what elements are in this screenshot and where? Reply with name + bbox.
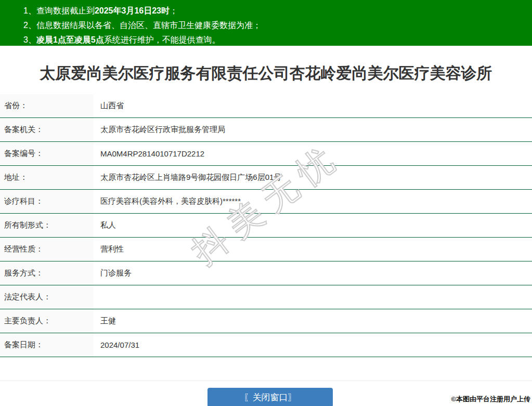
- row-label: 地址：: [0, 166, 94, 189]
- row-label: 经营性质：: [0, 238, 94, 261]
- table-row-province: 省份： 山西省: [0, 94, 532, 118]
- row-label: 所有制形式：: [0, 214, 94, 237]
- notice-line-2-text: 2、信息数据结果以各省、自治区、直辖市卫生健康委数据为准；: [23, 21, 261, 30]
- info-table: 省份： 山西省 备案机关： 太原市杏花岭区行政审批服务管理局 备案编号： MA0…: [0, 94, 532, 357]
- notice-line-3-bold: 凌晨1点至凌晨5点: [36, 35, 104, 44]
- table-row-service-mode: 服务方式： 门诊服务: [0, 261, 532, 285]
- row-label: 诊疗科目：: [0, 190, 94, 213]
- row-value: 私人: [94, 214, 532, 237]
- row-value: MA0M4RP2814010717D2212: [94, 142, 532, 165]
- row-label: 主要负责人：: [0, 309, 94, 333]
- copyright-note: ©本图由平台注册用户上传: [451, 395, 530, 404]
- row-value: 太原市杏花岭区上肖墙路9号御花园假日广场6层01号: [94, 166, 532, 189]
- notice-line-1-suffix: ；: [170, 6, 178, 15]
- table-row-ownership-type: 所有制形式： 私人: [0, 214, 532, 238]
- table-row-address: 地址： 太原市杏花岭区上肖墙路9号御花园假日广场6层01号: [0, 166, 532, 190]
- notice-bar: 1、查询数据截止到2025年3月16日23时； 2、信息数据结果以各省、自治区、…: [0, 0, 532, 46]
- notice-line-3: 3、凌晨1点至凌晨5点系统进行维护，不能提供查询。: [23, 33, 532, 47]
- notice-line-1-bold: 2025年3月16日23时: [95, 6, 170, 15]
- row-label: 备案机关：: [0, 118, 94, 141]
- row-value: [94, 285, 532, 309]
- table-row-legal-representative: 法定代表人：: [0, 285, 532, 309]
- table-row-person-in-charge: 主要负责人： 王健: [0, 309, 532, 333]
- table-row-filing-authority: 备案机关： 太原市杏花岭区行政审批服务管理局: [0, 118, 532, 142]
- row-label: 省份：: [0, 94, 94, 117]
- row-label: 备案编号：: [0, 142, 94, 165]
- row-value: 医疗美容科(美容外科，美容皮肤科)******: [94, 190, 532, 213]
- row-label: 备案日期：: [0, 333, 94, 357]
- table-row-filing-date: 备案日期： 2024/07/31: [0, 333, 532, 357]
- notice-line-2: 2、信息数据结果以各省、自治区、直辖市卫生健康委数据为准；: [23, 18, 532, 33]
- row-value: 门诊服务: [94, 261, 532, 285]
- bottom-divider: [0, 381, 532, 381]
- table-row-medical-subjects: 诊疗科目： 医疗美容科(美容外科，美容皮肤科)******: [0, 190, 532, 214]
- table-row-operating-nature: 经营性质： 营利性: [0, 238, 532, 261]
- row-value: 太原市杏花岭区行政审批服务管理局: [94, 118, 532, 141]
- table-row-filing-number: 备案编号： MA0M4RP2814010717D2212: [0, 142, 532, 166]
- notice-line-1: 1、查询数据截止到2025年3月16日23时；: [23, 4, 532, 18]
- notice-line-3-text: 3、: [23, 35, 36, 44]
- row-value: 营利性: [94, 238, 532, 261]
- row-label: 法定代表人：: [0, 285, 94, 309]
- row-value: 山西省: [94, 94, 532, 117]
- row-label: 服务方式：: [0, 261, 94, 285]
- row-value: 2024/07/31: [94, 333, 532, 357]
- notice-line-1-text: 1、查询数据截止到: [23, 6, 95, 15]
- row-value: 王健: [94, 309, 532, 333]
- notice-line-3-suffix: 系统进行维护，不能提供查询。: [104, 35, 220, 44]
- close-window-button[interactable]: 〖关闭窗口〗: [207, 388, 333, 406]
- page-title: 太原爱尚美尔医疗服务有限责任公司杏花岭爱尚美尔医疗美容诊所: [0, 63, 532, 84]
